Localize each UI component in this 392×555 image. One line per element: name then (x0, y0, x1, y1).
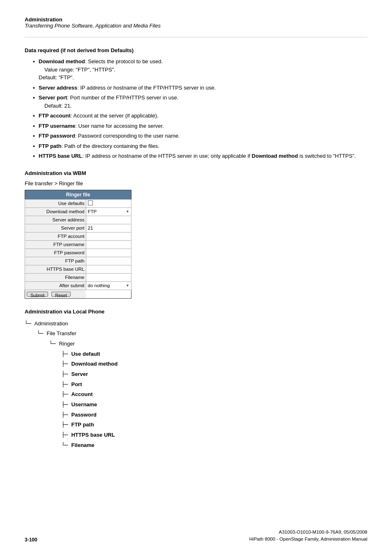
tree-label-bold: Password (71, 412, 96, 418)
local-phone-heading: Administration via Local Phone (25, 309, 367, 315)
tree-node-ftp-path: ├─ FTP path (62, 420, 367, 430)
tree-node-username: ├─ Username (62, 400, 367, 410)
tree-branch-icon: └─ (49, 341, 59, 347)
row-value-checkbox (86, 199, 131, 207)
page-header: Administration Transferring Phone Softwa… (25, 16, 367, 29)
term-ftp-password: FTP password (39, 133, 75, 139)
row-label: FTP account (25, 232, 86, 240)
tree-branch-icon: ├─ (62, 351, 71, 357)
table-row: FTP username (25, 240, 131, 249)
row-value-text[interactable] (86, 216, 131, 224)
table-row: Server address (25, 216, 131, 224)
tree-label-bold: HTTPS base URL (71, 432, 115, 438)
row-value-dropdown: do nothing ▼ (86, 281, 131, 290)
table-row: Server port 21 (25, 224, 131, 232)
row-value-dropdown: FTP ▼ (86, 207, 131, 216)
tree-node-admin: └─ Administration (25, 319, 367, 329)
table-row: Filename (25, 273, 131, 281)
submit-button[interactable]: Submit (27, 292, 48, 297)
row-label: FTP username (25, 240, 86, 249)
chevron-down-icon: ▼ (126, 283, 129, 288)
download-method-dropdown[interactable]: FTP ▼ (88, 209, 130, 214)
tree-node-ringer: └─ Ringer (49, 339, 367, 349)
tree-node-filename: └─ Filename (62, 440, 367, 451)
download-method-detail: Value range: "FTP", "HTTPS".Default: "FT… (39, 67, 115, 81)
table-header: Ringer file (25, 190, 131, 199)
table-row: Download method FTP ▼ (25, 207, 131, 216)
tree-branch-icon: ├─ (62, 412, 71, 418)
list-item: Server address: IP address or hostname o… (33, 84, 367, 92)
tree-branch-icon: ├─ (62, 432, 71, 438)
tree-branch-icon: └─ (37, 330, 46, 336)
row-label: FTP password (25, 249, 86, 257)
term-download-method-ref: Download method (252, 153, 298, 159)
table-row: After submit do nothing ▼ (25, 281, 131, 290)
dropdown-value: FTP (88, 209, 97, 214)
table-action-row: Submit Reset (25, 290, 131, 298)
footer-doc-info: A31003-O1010-M100-9-76A9, 05/05/2008 HiP… (249, 529, 367, 543)
tree-branch-icon: ├─ (62, 371, 71, 377)
list-item: FTP password: Password corresponding to … (33, 132, 367, 140)
row-value-text[interactable] (86, 240, 131, 249)
row-value-text[interactable] (86, 273, 131, 281)
row-value-text[interactable] (86, 249, 131, 257)
server-port-detail: Default: 21. (44, 103, 72, 109)
page-number: 3-100 (25, 537, 37, 543)
tree-label-bold: Download method (71, 361, 118, 367)
data-required-section: Data required (if not derived from Defau… (25, 47, 367, 160)
header-title: Administration (25, 16, 367, 23)
tree-branch-icon: └─ (25, 320, 34, 327)
tree-label: Ringer (59, 341, 74, 347)
list-item: FTP account: Account at the server (if a… (33, 112, 367, 120)
term-ftp-account: FTP account (39, 113, 71, 119)
reset-button[interactable]: Reset (51, 292, 71, 297)
tree-node-server: ├─ Server (62, 369, 367, 380)
header-divider (25, 37, 367, 37)
table-row: Use defaults (25, 199, 131, 207)
row-label: FTP path (25, 257, 86, 265)
tree-branch-icon: └─ (62, 442, 71, 448)
use-defaults-checkbox[interactable] (88, 200, 93, 205)
menu-tree: └─ Administration └─ File Transfer └─ Ri… (25, 319, 367, 451)
table-row: HTTPS base URL (25, 265, 131, 273)
ringer-file-table: Ringer file Use defaults Download method… (25, 190, 131, 299)
tree-branch-icon: ├─ (62, 361, 71, 367)
list-item: FTP username: User name for accessing th… (33, 122, 367, 130)
row-label: HTTPS base URL (25, 265, 86, 273)
tree-label: File Transfer (46, 330, 76, 336)
tree-node-account: ├─ Account (62, 389, 367, 400)
table-row: FTP password (25, 249, 131, 257)
list-item: FTP path: Path of the directory containi… (33, 142, 367, 150)
tree-node-https-base-url: ├─ HTTPS base URL (62, 430, 367, 440)
page-footer: 3-100 A31003-O1010-M100-9-76A9, 05/05/20… (25, 529, 367, 543)
tree-node-file-transfer: └─ File Transfer (37, 329, 367, 339)
row-value-text[interactable] (86, 265, 131, 273)
row-label: Filename (25, 273, 86, 281)
chevron-down-icon: ▼ (126, 210, 129, 214)
table-row: FTP path (25, 257, 131, 265)
list-item: Download method: Selects the protocol to… (33, 58, 367, 82)
row-value-text[interactable]: 21 (86, 224, 131, 232)
row-label: Use defaults (25, 199, 86, 207)
tree-branch-icon: ├─ (62, 391, 71, 397)
wbm-heading: Administration via WBM (25, 170, 367, 176)
tree-branch-icon: ├─ (62, 381, 71, 387)
row-value-text[interactable] (86, 257, 131, 265)
data-required-heading: Data required (if not derived from Defau… (25, 47, 367, 53)
tree-node-port: ├─ Port (62, 380, 367, 390)
row-value-text[interactable] (86, 232, 131, 240)
tree-label-bold: Username (71, 401, 97, 408)
row-label: Download method (25, 207, 86, 216)
row-label: Server address (25, 216, 86, 224)
tree-label-bold: Use default (71, 351, 100, 357)
tree-node-password: ├─ Password (62, 410, 367, 420)
action-buttons-cell: Submit Reset (25, 290, 86, 298)
list-item: Server port: Port number of the FTP/HTTP… (33, 94, 367, 110)
tree-label-bold: Port (71, 381, 82, 387)
tree-node-download-method: ├─ Download method (62, 359, 367, 369)
after-submit-dropdown[interactable]: do nothing ▼ (88, 283, 130, 288)
header-subtitle: Transferring Phone Software, Application… (25, 23, 367, 29)
local-phone-section: Administration via Local Phone └─ Admini… (25, 309, 367, 451)
tree-label-bold: Server (71, 371, 88, 377)
tree-label-bold: Filename (71, 442, 94, 448)
